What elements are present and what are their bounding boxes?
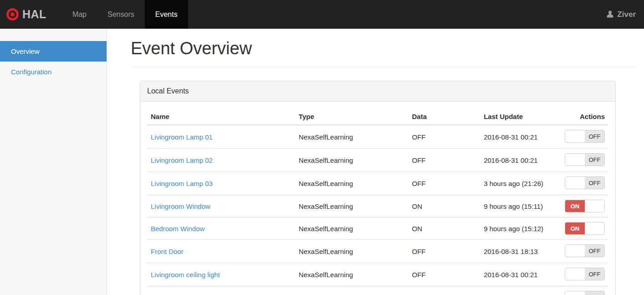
toggle-switch[interactable]: ON (565, 200, 605, 212)
cell-actions: OFF (561, 149, 608, 172)
cell-actions: OFF (561, 125, 608, 149)
user-icon (606, 10, 614, 18)
cell-type: NexaSelfLearning (295, 195, 409, 217)
cell-type: NexaSelfLearning (295, 125, 409, 149)
table-row: Bedroom WindowNexaSelfLearningON9 hours … (147, 217, 608, 240)
toggle-handle (565, 291, 585, 295)
device-link[interactable]: Livingroom Lamp 02 (151, 156, 213, 164)
cell-type: NexaSelfLearning (295, 286, 409, 295)
toggle-handle (565, 245, 585, 257)
cell-last-update: 9 hours ago (15:12) (480, 217, 561, 240)
toggle-handle (565, 177, 585, 189)
user-menu[interactable]: Ziver (606, 10, 636, 19)
cell-actions: OFF (561, 240, 608, 263)
device-link[interactable]: Bedroom Window (151, 225, 204, 233)
main-content: Event Overview Local Events NameTypeData… (107, 29, 644, 295)
device-link[interactable]: Livingroom ceiling light (151, 271, 220, 279)
cell-name: Front Door (147, 240, 295, 263)
toggle-state-label: OFF (585, 245, 604, 257)
column-header-name: Name (147, 109, 295, 125)
cell-last-update: 2016-08-31 00:21 (480, 125, 561, 149)
nav-item-map[interactable]: Map (62, 0, 97, 29)
toggle-switch[interactable]: ON (565, 222, 605, 235)
sidebar-item-overview[interactable]: Overview (0, 41, 107, 62)
toggle-state-label: ON (565, 223, 585, 234)
cell-type: NexaSelfLearning (295, 263, 409, 286)
toggle-state-label: OFF (585, 268, 604, 280)
cell-name: Livingroom Lamp 01 (147, 125, 295, 149)
brand-name: HAL (22, 8, 46, 21)
table-row: Livingroom WindowNexaSelfLearningON9 hou… (147, 195, 608, 217)
nav-item-sensors[interactable]: Sensors (97, 0, 145, 29)
table-body: Livingroom Lamp 01NexaSelfLearningOFF201… (147, 125, 608, 295)
cell-name: Bedroom Window (147, 217, 295, 240)
device-link[interactable]: Livingroom Lamp 03 (151, 180, 213, 187)
column-header-actions: Actions (561, 109, 608, 125)
cell-last-update: 2016-08-31 18:13 (480, 240, 561, 263)
cell-last-update: 2016-08-31 00:21 (480, 263, 561, 286)
device-link[interactable]: Livingroom Window (151, 202, 210, 210)
cell-last-update: 3 hours ago (21:26) (480, 172, 561, 195)
toggle-handle (565, 154, 585, 166)
table-row: Livingroom Lamp 03NexaSelfLearningOFF3 h… (147, 172, 608, 195)
column-header-last-update: Last Update (480, 109, 561, 125)
toggle-switch[interactable]: OFF (565, 244, 605, 257)
panel-title: Local Events (140, 81, 615, 102)
cell-actions: ON (561, 217, 608, 240)
toggle-switch[interactable]: OFF (565, 291, 605, 295)
toggle-state-label: OFF (585, 291, 604, 295)
events-table: NameTypeDataLast UpdateActions Livingroo… (147, 109, 608, 295)
cell-type: NexaSelfLearning (295, 172, 409, 195)
table-row: Livingroom ceiling lightNexaSelfLearning… (147, 263, 608, 286)
table-header-row: NameTypeDataLast UpdateActions (147, 109, 608, 125)
toggle-switch[interactable]: OFF (565, 176, 605, 189)
toggle-handle (585, 223, 604, 234)
navbar-right: Ziver (606, 0, 644, 29)
toggle-state-label: OFF (585, 177, 604, 189)
cell-data: ON (409, 217, 480, 240)
toggle-state-label: ON (565, 200, 585, 212)
cell-data: OFF (409, 263, 480, 286)
cell-actions: OFF (561, 286, 608, 295)
cell-data: OFF (409, 172, 480, 195)
cell-type: NexaSelfLearning (295, 217, 409, 240)
panel-body: NameTypeDataLast UpdateActions Livingroo… (140, 102, 615, 295)
brand[interactable]: HAL (0, 0, 55, 29)
local-events-panel: Local Events NameTypeDataLast UpdateActi… (140, 81, 616, 295)
toggle-handle (565, 268, 585, 280)
cell-name: Livingroom Lamp 03 (147, 172, 295, 195)
table-row: Livingroom Lamp 01NexaSelfLearningOFF201… (147, 125, 608, 149)
cell-last-update: 9 hours ago (15:11) (480, 195, 561, 217)
column-header-type: Type (295, 109, 409, 125)
cell-type: NexaSelfLearning (295, 240, 409, 263)
table-row: Livingroom Lamp 02NexaSelfLearningOFF201… (147, 149, 608, 172)
cell-name: Livingroom Window (147, 195, 295, 217)
cell-data: OFF (409, 240, 480, 263)
toggle-handle (565, 130, 585, 142)
toggle-switch[interactable]: OFF (565, 153, 605, 166)
cell-name: Livingroom Lamp 02 (147, 149, 295, 172)
cell-type: NexaSelfLearning (295, 149, 409, 172)
cell-data: OFF (409, 125, 480, 149)
toggle-switch[interactable]: OFF (565, 130, 605, 143)
navbar-links: MapSensorsEvents (62, 0, 188, 29)
cell-last-update: 2016-08-31 00:21 (480, 149, 561, 172)
cell-data: ON (409, 195, 480, 217)
device-link[interactable]: Livingroom Lamp 01 (151, 133, 213, 141)
cell-data: OFF (409, 149, 480, 172)
toggle-switch[interactable]: OFF (565, 268, 605, 280)
toggle-state-label: OFF (585, 154, 604, 166)
table-row: Diningroom ceiling lightNexaSelfLearning… (147, 286, 608, 295)
user-name: Ziver (617, 10, 636, 19)
sidebar-item-configuration[interactable]: Configuration (0, 62, 107, 82)
sidebar: OverviewConfiguration (0, 29, 107, 295)
cell-actions: ON (561, 195, 608, 217)
toggle-handle (585, 200, 604, 212)
column-header-data: Data (409, 109, 480, 125)
hal-logo-icon (6, 8, 19, 21)
nav-item-events[interactable]: Events (145, 0, 188, 29)
page-title: Event Overview (131, 39, 636, 67)
cell-last-update: 2016-08-31 00:21 (480, 286, 561, 295)
cell-actions: OFF (561, 263, 608, 286)
device-link[interactable]: Front Door (151, 248, 184, 255)
